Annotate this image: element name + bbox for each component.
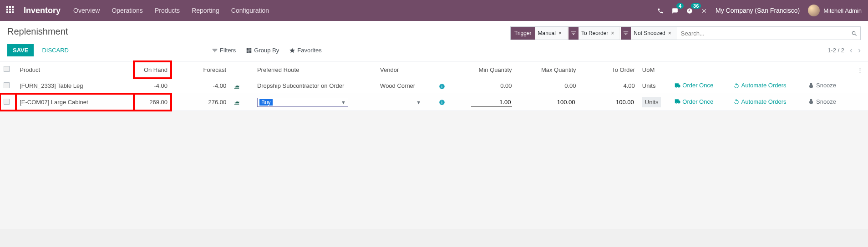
cell-max[interactable]: 0.00 <box>516 78 580 94</box>
pager-range: 1-2 / 2 <box>827 47 844 54</box>
breadcrumb: Replenishment <box>7 26 68 37</box>
cell-min[interactable]: 0.00 <box>452 78 516 94</box>
col-to-order[interactable]: To Order <box>580 61 639 78</box>
pager-next[interactable]: › <box>858 45 861 55</box>
snooze-button[interactable]: Snooze <box>808 82 836 89</box>
close-tray-icon[interactable] <box>701 7 707 14</box>
facet-trigger-label: Trigger <box>511 27 535 40</box>
table-row[interactable]: [E-COM07] Large Cabinet 269.00 276.00 Bu… <box>0 94 868 111</box>
col-route[interactable]: Preferred Route <box>254 61 376 78</box>
cell-max[interactable] <box>516 94 580 111</box>
filters-button[interactable]: Filters <box>212 47 236 54</box>
to-order-input[interactable] <box>594 98 635 106</box>
phone-icon[interactable] <box>657 7 664 14</box>
facet-remove-icon[interactable]: × <box>608 30 617 36</box>
nav-operations[interactable]: Operations <box>112 7 142 14</box>
cell-route[interactable]: Buy ▼ <box>254 94 376 111</box>
route-select[interactable]: Buy ▼ <box>257 98 348 107</box>
search-box[interactable]: Trigger Manual× To Reorder× Not Snoozed× <box>510 26 861 40</box>
cell-product[interactable]: [E-COM07] Large Cabinet <box>16 94 133 111</box>
svg-text:i: i <box>442 101 442 105</box>
cell-to-order[interactable]: 4.00 <box>580 78 639 94</box>
cell-uom[interactable]: Units <box>639 94 670 111</box>
cell-forecast: 276.00 <box>171 94 230 111</box>
apps-icon[interactable] <box>6 6 15 15</box>
cell-forecast: -4.00 <box>171 78 230 94</box>
route-tag: Buy <box>259 99 273 106</box>
uom-select[interactable]: Units <box>642 97 661 107</box>
table-row[interactable]: [FURN_2333] Table Leg -4.00 -4.00 Dropsh… <box>0 78 868 94</box>
info-icon[interactable]: i <box>439 99 445 106</box>
app-brand[interactable]: Inventory <box>24 6 61 15</box>
chevron-down-icon: ▼ <box>416 100 421 105</box>
pager-prev[interactable]: ‹ <box>850 45 853 55</box>
facet-to-reorder: To Reorder× <box>569 27 620 40</box>
svg-text:i: i <box>442 84 442 88</box>
nav-overview[interactable]: Overview <box>73 7 100 14</box>
main-navbar: Inventory Overview Operations Products R… <box>0 0 868 21</box>
user-menu[interactable]: Mitchell Admin <box>808 5 862 16</box>
facet-remove-icon[interactable]: × <box>556 30 564 36</box>
automate-button[interactable]: Automate Orders <box>733 98 787 105</box>
nav-menu: Overview Operations Products Reporting C… <box>73 7 269 14</box>
cell-min[interactable] <box>452 94 516 111</box>
search-icon[interactable] <box>851 30 858 37</box>
cell-on-hand: 269.00 <box>134 94 171 111</box>
save-button[interactable]: SAVE <box>7 44 34 56</box>
messages-icon[interactable]: 4 <box>672 7 678 14</box>
search-input[interactable] <box>678 30 851 37</box>
facet-value: Not Snoozed× <box>631 27 677 40</box>
col-min[interactable]: Min Quantity <box>452 61 516 78</box>
filter-icon <box>621 27 631 40</box>
activity-badge: 36 <box>691 3 701 9</box>
cell-uom[interactable]: Units <box>639 78 670 94</box>
min-input[interactable] <box>471 98 512 107</box>
forecast-chart-icon[interactable] <box>233 82 240 89</box>
col-vendor[interactable]: Vendor <box>376 61 435 78</box>
pager: 1-2 / 2 ‹ › <box>827 45 861 55</box>
nav-reporting[interactable]: Reporting <box>192 7 219 14</box>
col-checkbox <box>0 61 16 78</box>
replenishment-table: Product On Hand Forecast Preferred Route… <box>0 61 868 111</box>
groupby-button[interactable]: Group By <box>246 47 279 54</box>
columns-options-icon[interactable]: ⋮ <box>853 61 868 78</box>
select-all-checkbox[interactable] <box>4 66 10 72</box>
order-once-button[interactable]: Order Once <box>674 82 713 89</box>
favorites-button[interactable]: Favorites <box>289 47 321 54</box>
col-on-hand[interactable]: On Hand <box>134 61 171 78</box>
user-name: Mitchell Admin <box>823 7 862 14</box>
facet-remove-icon[interactable]: × <box>665 30 674 36</box>
row-checkbox[interactable] <box>4 99 10 105</box>
col-forecast[interactable]: Forecast <box>171 61 230 78</box>
col-product[interactable]: Product <box>16 61 133 78</box>
facet-value: To Reorder× <box>579 27 620 40</box>
cell-product[interactable]: [FURN_2333] Table Leg <box>16 78 133 94</box>
messages-badge: 4 <box>676 3 684 9</box>
nav-configuration[interactable]: Configuration <box>231 7 269 14</box>
discard-button[interactable]: DISCARD <box>40 44 71 56</box>
cell-to-order[interactable] <box>580 94 639 111</box>
filter-icon <box>569 27 579 40</box>
vendor-select[interactable]: ▼ <box>380 100 421 105</box>
cell-on-hand: -4.00 <box>134 78 171 94</box>
row-checkbox[interactable] <box>4 82 10 88</box>
col-max[interactable]: Max Quantity <box>516 61 580 78</box>
col-uom[interactable]: UoM <box>639 61 670 78</box>
max-input[interactable] <box>535 98 576 106</box>
company-switcher[interactable]: My Company (San Francisco) <box>716 7 800 14</box>
snooze-button[interactable]: Snooze <box>808 98 836 105</box>
cell-vendor[interactable]: ▼ <box>376 94 435 111</box>
avatar <box>808 5 820 16</box>
facet-not-snoozed: Not Snoozed× <box>621 27 677 40</box>
cell-route[interactable]: Dropship Subcontractor on Order <box>254 78 376 94</box>
facet-trigger: Trigger Manual× <box>511 27 568 40</box>
facet-trigger-value: Manual× <box>535 27 568 40</box>
automate-button[interactable]: Automate Orders <box>733 82 787 89</box>
activity-icon[interactable]: 36 <box>686 7 693 14</box>
nav-products[interactable]: Products <box>155 7 180 14</box>
cell-vendor[interactable]: Wood Corner <box>376 78 435 94</box>
forecast-chart-icon[interactable] <box>233 99 240 106</box>
control-panel: Replenishment Trigger Manual× To Reorder… <box>0 21 868 61</box>
order-once-button[interactable]: Order Once <box>674 98 713 105</box>
info-icon[interactable]: i <box>439 82 445 89</box>
